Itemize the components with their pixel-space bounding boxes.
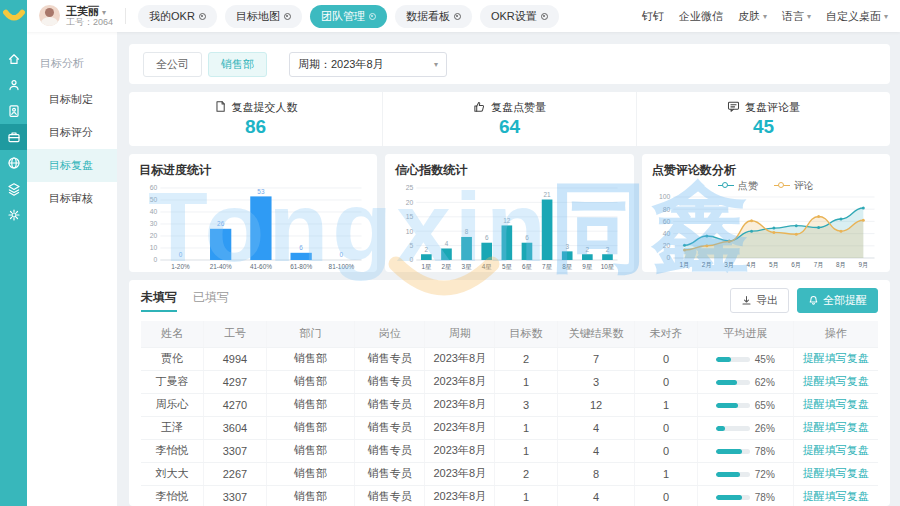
topbar-item-企业微信[interactable]: 企业微信 bbox=[679, 9, 723, 24]
topbar-item-皮肤[interactable]: 皮肤▾ bbox=[738, 9, 767, 24]
stat-复盘提交人数: 复盘提交人数86 bbox=[129, 92, 383, 146]
remind-link[interactable]: 提醒填写复盘 bbox=[803, 490, 869, 502]
cell-key_results: 7 bbox=[557, 347, 634, 370]
cell-dept: 销售部 bbox=[266, 393, 354, 416]
home-icon[interactable] bbox=[0, 46, 27, 72]
svg-text:6: 6 bbox=[485, 234, 489, 241]
svg-text:5: 5 bbox=[410, 242, 414, 249]
svg-text:20: 20 bbox=[663, 242, 671, 249]
progress-bar: 26% bbox=[716, 423, 775, 434]
sidebar-submenu: 目标分析 目标制定目标评分目标复盘目标审核 bbox=[27, 32, 117, 506]
layers-icon[interactable] bbox=[0, 176, 27, 202]
cell-period: 2023年8月 bbox=[425, 485, 495, 506]
scope-tab-销售部[interactable]: 销售部 bbox=[208, 52, 267, 77]
svg-text:0: 0 bbox=[666, 254, 670, 261]
sidebar-item-目标审核[interactable]: 目标审核 bbox=[27, 182, 117, 215]
topbar-item-自定义桌面[interactable]: 自定义桌面▾ bbox=[826, 9, 888, 24]
profile-doc-icon[interactable] bbox=[0, 98, 27, 124]
chevron-down-icon: ▾ bbox=[763, 12, 767, 21]
progress-label: 78% bbox=[755, 446, 775, 457]
nav-tab-我的OKR[interactable]: 我的OKR bbox=[138, 5, 217, 28]
progress-bar: 72% bbox=[716, 469, 775, 480]
export-button[interactable]: 导出 bbox=[730, 288, 789, 313]
svg-text:53: 53 bbox=[257, 188, 264, 195]
cell-name: 贾伦 bbox=[141, 347, 204, 370]
table-tab-未填写[interactable]: 未填写 bbox=[141, 289, 177, 312]
cell-period: 2023年8月 bbox=[425, 370, 495, 393]
period-select-value: 周期：2023年8月 bbox=[298, 57, 384, 72]
progress-bar: 45% bbox=[716, 354, 775, 365]
topbar-item-钉钉[interactable]: 钉钉 bbox=[642, 9, 664, 24]
chart-title: 信心指数统计 bbox=[395, 162, 623, 179]
stat-label-text: 复盘提交人数 bbox=[232, 100, 298, 115]
stat-label: 复盘点赞量 bbox=[473, 100, 546, 115]
cell-unaligned: 0 bbox=[635, 485, 698, 506]
app-rail bbox=[0, 0, 27, 506]
table-tab-已填写[interactable]: 已填写 bbox=[193, 289, 229, 312]
table-row: 丁曼容4297销售部销售专员2023年8月13062%提醒填写复盘 bbox=[141, 370, 878, 393]
svg-text:6星: 6星 bbox=[522, 263, 532, 270]
team-icon[interactable] bbox=[0, 72, 27, 98]
cell-unaligned: 0 bbox=[635, 416, 698, 439]
user-employee-id: 工号：2064 bbox=[66, 17, 113, 27]
svg-text:10: 10 bbox=[150, 244, 158, 251]
period-select[interactable]: 周期：2023年8月 ▾ bbox=[289, 52, 447, 77]
progress-fill bbox=[716, 357, 731, 362]
legend-item-点赞[interactable]: 点赞 bbox=[718, 179, 758, 193]
svg-text:10: 10 bbox=[406, 228, 414, 235]
cell-role: 销售专员 bbox=[355, 416, 425, 439]
remind-link[interactable]: 提醒填写复盘 bbox=[803, 375, 869, 387]
column-header-工号: 工号 bbox=[204, 321, 267, 347]
chevron-down-icon: ▾ bbox=[807, 12, 811, 21]
svg-text:2: 2 bbox=[606, 246, 610, 253]
legend-label: 点赞 bbox=[738, 179, 758, 193]
cell-goals: 3 bbox=[495, 393, 558, 416]
remind-link[interactable]: 提醒填写复盘 bbox=[803, 421, 869, 433]
globe-icon[interactable] bbox=[0, 150, 27, 176]
sidebar-item-目标评分[interactable]: 目标评分 bbox=[27, 116, 117, 149]
app-logo[interactable] bbox=[0, 0, 27, 32]
svg-text:3月: 3月 bbox=[724, 261, 734, 269]
remind-link[interactable]: 提醒填写复盘 bbox=[803, 467, 869, 479]
cell-emp_id: 2267 bbox=[204, 462, 267, 485]
legend-item-评论[interactable]: 评论 bbox=[774, 179, 814, 193]
column-header-姓名: 姓名 bbox=[141, 321, 204, 347]
stat-label: 复盘提交人数 bbox=[214, 100, 298, 115]
svg-text:2星: 2星 bbox=[442, 263, 452, 270]
remind-link[interactable]: 提醒填写复盘 bbox=[803, 444, 869, 456]
remind-link[interactable]: 提醒填写复盘 bbox=[803, 398, 869, 410]
cell-key_results: 3 bbox=[557, 370, 634, 393]
nav-tab-数据看板[interactable]: 数据看板 bbox=[395, 5, 472, 28]
stat-label: 复盘评论量 bbox=[727, 100, 800, 115]
remind-all-button[interactable]: 全部提醒 bbox=[797, 288, 878, 313]
scope-tab-全公司[interactable]: 全公司 bbox=[143, 52, 202, 77]
progress-fill bbox=[716, 449, 743, 454]
topbar-item-语言[interactable]: 语言▾ bbox=[782, 9, 811, 24]
cell-role: 销售专员 bbox=[355, 393, 425, 416]
target-icon bbox=[199, 13, 206, 20]
avatar[interactable] bbox=[39, 5, 60, 26]
nav-tab-OKR设置[interactable]: OKR设置 bbox=[480, 5, 559, 28]
nav-tab-目标地图[interactable]: 目标地图 bbox=[225, 5, 302, 28]
cell-name: 李怡悦 bbox=[141, 439, 204, 462]
svg-text:6: 6 bbox=[526, 234, 530, 241]
summary-stats: 复盘提交人数86复盘点赞量64复盘评论量45 bbox=[129, 92, 890, 146]
remind-link[interactable]: 提醒填写复盘 bbox=[803, 352, 869, 364]
progress-label: 62% bbox=[755, 377, 775, 388]
nav-tab-label: 我的OKR bbox=[149, 9, 195, 24]
cell-emp_id: 3307 bbox=[204, 485, 267, 506]
table-row: 周乐心4270销售部销售专员2023年8月312165%提醒填写复盘 bbox=[141, 393, 878, 416]
briefcase-icon[interactable] bbox=[0, 124, 27, 150]
cell-progress: 62% bbox=[697, 370, 793, 393]
gear-icon[interactable] bbox=[0, 202, 27, 228]
sidebar-item-目标制定[interactable]: 目标制定 bbox=[27, 83, 117, 116]
table-row: 刘大大2267销售部销售专员2023年8月28172%提醒填写复盘 bbox=[141, 462, 878, 485]
nav-tab-团队管理[interactable]: 团队管理 bbox=[310, 5, 387, 28]
svg-text:9星: 9星 bbox=[583, 263, 593, 270]
svg-text:0: 0 bbox=[154, 256, 158, 263]
stat-label-text: 复盘评论量 bbox=[745, 100, 800, 115]
sidebar-item-目标复盘[interactable]: 目标复盘 bbox=[27, 149, 117, 182]
user-block[interactable]: 王芙丽 ▾ 工号：2064 bbox=[39, 5, 113, 28]
svg-text:1-20%: 1-20% bbox=[171, 263, 190, 270]
svg-text:3星: 3星 bbox=[462, 263, 472, 270]
